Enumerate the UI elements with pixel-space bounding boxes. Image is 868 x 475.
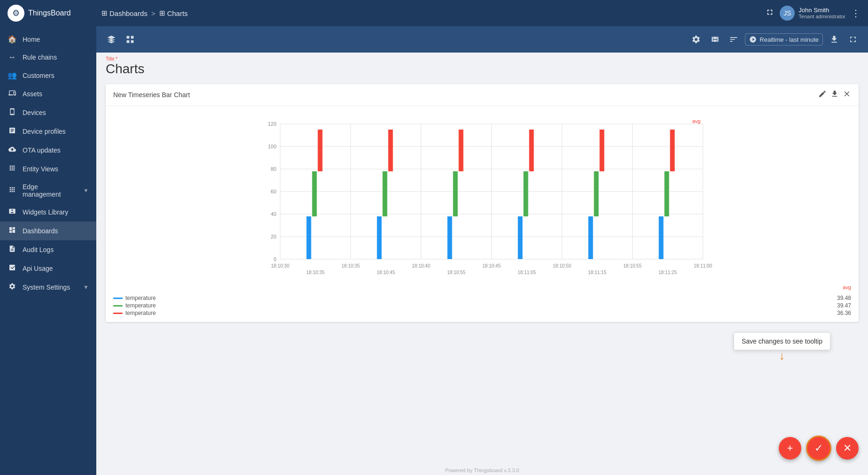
sidebar-label-system-settings: System Settings: [23, 283, 78, 291]
svg-text:18:10:35: 18:10:35: [341, 263, 360, 268]
sidebar-item-entity-views[interactable]: Entity Views: [0, 160, 96, 178]
sidebar-item-audit-logs[interactable]: Audit Logs: [0, 240, 96, 259]
title-label: Title *: [106, 56, 859, 61]
legend-color-blue: [113, 298, 123, 299]
sidebar-item-ota-updates[interactable]: OTA updates: [0, 141, 96, 160]
sidebar-item-dashboards[interactable]: Dashboards: [0, 222, 96, 240]
dashboards-label: Dashboards: [109, 9, 147, 17]
sidebar-item-edge-management[interactable]: Edge management ▼: [0, 178, 96, 203]
svg-rect-43: [518, 216, 523, 259]
svg-text:40: 40: [271, 211, 276, 217]
chart-widget-title: New Timeseries Bar Chart: [113, 91, 818, 99]
more-menu-button[interactable]: ⋮: [851, 8, 860, 19]
content-fullscreen-button[interactable]: [845, 32, 860, 47]
svg-rect-45: [529, 130, 534, 171]
sidebar-item-api-usage[interactable]: Api Usage: [0, 259, 96, 278]
sidebar-item-devices[interactable]: Devices: [0, 103, 96, 122]
sidebar-label-device-profiles: Device profiles: [23, 128, 89, 135]
sidebar-item-widgets-library[interactable]: Widgets Library: [0, 203, 96, 222]
sidebar-label-entity-views: Entity Views: [23, 165, 89, 173]
api-usage-icon: [8, 264, 17, 273]
sidebar-item-customers[interactable]: 👥 Customers: [0, 66, 96, 84]
realtime-badge[interactable]: Realtime - last minute: [745, 33, 823, 46]
sidebar-label-widgets-library: Widgets Library: [23, 208, 89, 216]
svg-text:20: 20: [271, 234, 276, 239]
dashboards-sidebar-icon: [8, 226, 17, 236]
sidebar-label-assets: Assets: [23, 90, 89, 98]
sidebar-item-home[interactable]: 🏠 Home: [0, 30, 96, 48]
svg-text:18:10:50: 18:10:50: [553, 263, 571, 268]
diamond-view-button[interactable]: [104, 32, 119, 47]
chart-close-button[interactable]: [843, 90, 851, 100]
sidebar-item-device-profiles[interactable]: Device profiles: [0, 122, 96, 141]
tooltip-container: Save changes to see tooltip ↓: [96, 328, 868, 361]
layout-button[interactable]: [707, 32, 722, 47]
edge-management-arrow: ▼: [83, 187, 89, 194]
legend-value-1: 39.47: [832, 302, 851, 309]
home-icon: 🏠: [8, 35, 17, 44]
charts-label: Charts: [167, 9, 188, 17]
svg-text:18:10:40: 18:10:40: [412, 263, 430, 268]
header-fullscreen-button[interactable]: [766, 8, 774, 19]
chart-legend: temperature 39.48 temperature 39.47: [106, 291, 859, 322]
charts-grid-icon: ⊞: [159, 9, 165, 17]
widgets-library-icon: [8, 207, 17, 217]
page-title-area: Title * Charts: [96, 53, 868, 78]
legend-color-red: [113, 313, 123, 314]
svg-rect-39: [388, 130, 393, 171]
dashboards-grid-icon: ⊞: [101, 9, 108, 17]
legend-label-0: temperature: [125, 295, 156, 301]
legend-row-0: temperature 39.48: [113, 295, 851, 301]
page-content: Title * Charts New Timeseries Bar Chart: [96, 53, 868, 466]
svg-text:18:10:35: 18:10:35: [306, 270, 325, 275]
discard-changes-button[interactable]: ✕: [836, 437, 859, 460]
download-button[interactable]: [827, 32, 842, 47]
chart-edit-button[interactable]: [818, 90, 827, 100]
svg-text:80: 80: [271, 166, 276, 172]
legend-left-0: temperature: [113, 295, 156, 301]
svg-text:18:10:55: 18:10:55: [623, 263, 642, 268]
breadcrumb: ⊞ Dashboards > ⊞ Charts: [101, 9, 188, 17]
svg-rect-49: [659, 216, 664, 259]
grid-view-button[interactable]: [123, 32, 138, 47]
breadcrumb-separator: >: [151, 9, 155, 17]
device-profiles-icon: [8, 127, 17, 136]
legend-label-2: temperature: [125, 310, 156, 316]
svg-text:18:11:15: 18:11:15: [588, 270, 606, 275]
svg-text:18:11:00: 18:11:00: [694, 263, 712, 268]
svg-rect-51: [670, 130, 675, 171]
chart-download-button[interactable]: [830, 90, 839, 100]
header-right: JS John Smith Tenant administrator ⋮: [766, 6, 860, 21]
system-settings-arrow: ▼: [83, 284, 89, 291]
audit-logs-icon: [8, 245, 17, 254]
edge-management-icon: [8, 186, 17, 195]
user-area[interactable]: JS John Smith Tenant administrator: [780, 6, 845, 21]
svg-rect-34: [307, 216, 311, 259]
svg-rect-44: [524, 171, 528, 216]
filter-button[interactable]: [726, 32, 741, 47]
legend-left-1: temperature: [113, 302, 156, 309]
user-info: John Smith Tenant administrator: [798, 7, 845, 20]
breadcrumb-charts[interactable]: ⊞ Charts: [159, 9, 188, 17]
sidebar-item-assets[interactable]: Assets: [0, 84, 96, 103]
legend-row-2: temperature 36.36: [113, 310, 851, 316]
sidebar-item-rule-chains[interactable]: ↔ Rule chains: [0, 48, 96, 66]
breadcrumb-dashboards[interactable]: ⊞ Dashboards: [101, 9, 147, 17]
svg-text:18:11:05: 18:11:05: [518, 270, 536, 275]
settings-button[interactable]: [689, 32, 704, 47]
add-widget-button[interactable]: +: [779, 437, 801, 460]
ota-icon: [8, 146, 17, 155]
svg-rect-50: [665, 171, 669, 216]
sidebar-item-system-settings[interactable]: System Settings ▼: [0, 278, 96, 297]
sidebar-label-customers: Customers: [23, 72, 89, 79]
user-name: John Smith: [798, 7, 845, 14]
sidebar: 🏠 Home ↔ Rule chains 👥 Customers Assets …: [0, 26, 96, 475]
tooltip-arrow-icon: ↓: [779, 350, 785, 361]
chart-widget-header: New Timeseries Bar Chart: [106, 84, 859, 106]
sidebar-label-edge-management: Edge management: [23, 183, 78, 198]
sidebar-label-devices: Devices: [23, 109, 89, 116]
legend-left-2: temperature: [113, 310, 156, 316]
svg-text:60: 60: [271, 189, 276, 194]
svg-rect-37: [377, 216, 382, 259]
save-changes-button[interactable]: ✓: [806, 436, 831, 461]
